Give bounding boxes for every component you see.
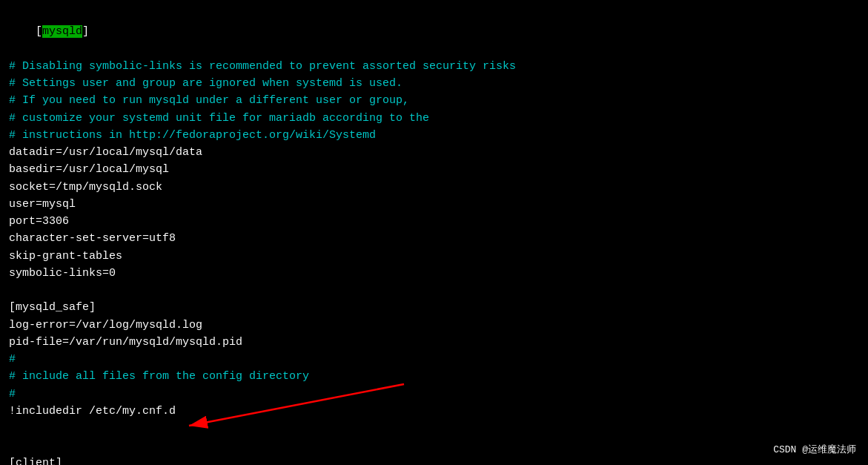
line-comment-1: # Disabling symbolic-links is recommende…: [9, 58, 859, 75]
line-socket: socket=/tmp/mysqld.sock: [9, 179, 859, 196]
line-skip-grant: skip-grant-tables: [9, 248, 859, 265]
line-symbolic: symbolic-links=0: [9, 265, 859, 282]
line-charset: character-set-server=utf8: [9, 230, 859, 247]
terminal-window: [mysqld] # Disabling symbolic-links is r…: [0, 0, 868, 465]
line-mysqld-header: [mysqld]: [9, 6, 859, 58]
line-mysqld-safe-header: [mysqld_safe]: [9, 299, 859, 316]
line-comment-3: # If you need to run mysqld under a diff…: [9, 92, 859, 109]
line-basedir: basedir=/usr/local/mysql: [9, 161, 859, 178]
line-empty-2: [9, 420, 859, 437]
line-datadir: datadir=/usr/local/mysql/data: [9, 144, 859, 161]
line-comment-4: # customize your systemd unit file for m…: [9, 110, 859, 127]
line-port: port=3306: [9, 213, 859, 230]
line-comment-5: # instructions in http://fedoraproject.o…: [9, 127, 859, 144]
line-user: user=mysql: [9, 196, 859, 213]
line-comment-2: # Settings user and group are ignored wh…: [9, 75, 859, 92]
line-log-error: log-error=/var/log/mysqld.log: [9, 317, 859, 334]
line-empty-3: [9, 437, 859, 454]
line-include-comment: # include all files from the config dire…: [9, 368, 859, 385]
line-hash-1: #: [9, 351, 859, 368]
line-client-header: [client]: [9, 455, 859, 466]
watermark: CSDN @运维魔法师: [773, 443, 856, 456]
line-hash-2: #: [9, 386, 859, 403]
line-empty-1: [9, 282, 859, 299]
line-pid-file: pid-file=/var/run/mysqld/mysqld.pid: [9, 334, 859, 351]
line-includedir: !includedir /etc/my.cnf.d: [9, 403, 859, 420]
